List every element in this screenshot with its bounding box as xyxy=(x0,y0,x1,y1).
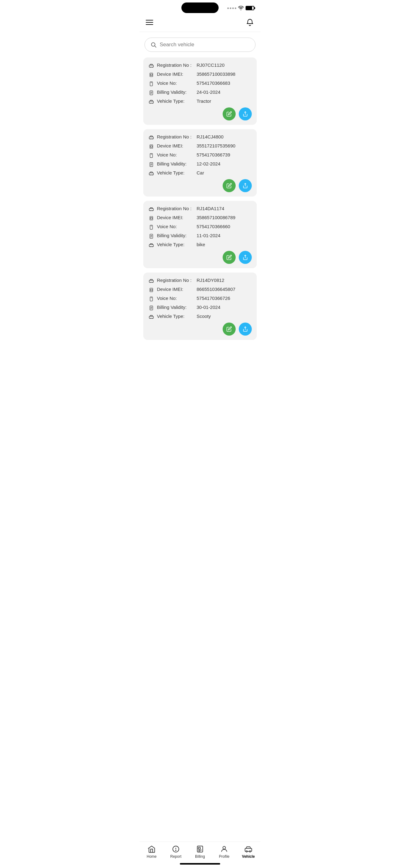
type-field: Vehicle Type: Car xyxy=(148,170,252,177)
billing-value: 30-01-2024 xyxy=(197,305,221,310)
svg-point-19 xyxy=(150,138,151,139)
billing-field: Billing Validity: 30-01-2024 xyxy=(148,305,252,311)
svg-point-0 xyxy=(241,10,241,10)
svg-point-16 xyxy=(152,103,153,103)
report-nav-icon xyxy=(172,845,180,853)
share-vehicle-button[interactable] xyxy=(239,251,252,264)
notification-bell-icon[interactable] xyxy=(245,18,254,27)
voice-label: Voice No: xyxy=(157,224,194,229)
registration-field: Registration No : RJ07CC1120 xyxy=(148,62,252,69)
sim-icon xyxy=(148,144,155,150)
voice-field: Voice No: 5754170366739 xyxy=(148,152,252,159)
vehicle-type-icon xyxy=(148,99,155,105)
phone-icon xyxy=(148,296,155,302)
menu-button[interactable] xyxy=(146,20,153,25)
search-input[interactable] xyxy=(160,41,246,48)
voice-field: Voice No: 5754170366660 xyxy=(148,224,252,230)
type-field: Vehicle Type: bike xyxy=(148,242,252,248)
menu-line-3 xyxy=(146,24,153,25)
type-label: Vehicle Type: xyxy=(157,242,194,247)
edit-vehicle-button[interactable] xyxy=(223,179,236,192)
vehicle-card: Registration No : RJ07CC1120 Device IMEI… xyxy=(143,57,257,125)
status-bar xyxy=(139,0,261,15)
phone-icon xyxy=(148,81,155,87)
billing-label: Billing Validity: xyxy=(157,161,194,166)
registration-value: RJ14DA1174 xyxy=(197,206,224,211)
nav-item-profile[interactable]: Profile xyxy=(212,845,236,859)
imei-field: Device IMEI: 866551036645807 xyxy=(148,286,252,293)
svg-point-73 xyxy=(249,850,251,852)
imei-label: Device IMEI: xyxy=(157,71,194,77)
home-indicator xyxy=(139,859,261,868)
doc-icon xyxy=(148,305,155,311)
svg-point-34 xyxy=(150,210,151,211)
svg-point-65 xyxy=(175,850,176,850)
card-actions xyxy=(148,322,252,336)
edit-vehicle-button[interactable] xyxy=(223,107,236,120)
home-indicator-bar xyxy=(180,863,220,865)
billing-field: Billing Validity: 12-02-2024 xyxy=(148,161,252,168)
imei-value: 358657100033898 xyxy=(197,71,235,77)
home-nav-icon xyxy=(147,845,156,853)
svg-point-70 xyxy=(223,846,226,849)
phone-icon xyxy=(148,152,155,159)
profile-nav-icon xyxy=(220,845,228,853)
voice-field: Voice No: 5754170366683 xyxy=(148,81,252,87)
registration-label: Registration No : xyxy=(157,278,194,283)
billing-label: Billing Validity: xyxy=(157,305,194,310)
voice-value: 5754170366683 xyxy=(197,81,230,86)
wifi-icon xyxy=(238,6,244,10)
header xyxy=(139,15,261,32)
svg-point-60 xyxy=(150,318,151,318)
nav-item-vehicle[interactable]: Vehicle xyxy=(236,845,261,859)
voice-value: 5754170366660 xyxy=(197,224,230,229)
svg-rect-53 xyxy=(150,297,153,301)
vehicle-list: Registration No : RJ07CC1120 Device IMEI… xyxy=(139,57,261,377)
svg-point-5 xyxy=(152,67,153,67)
type-field: Vehicle Type: Scooty xyxy=(148,314,252,320)
card-actions xyxy=(148,179,252,192)
svg-point-49 xyxy=(150,282,151,282)
imei-field: Device IMEI: 358657100086789 xyxy=(148,215,252,221)
vehicle-type-icon xyxy=(148,314,155,320)
nav-item-home[interactable]: Home xyxy=(139,845,164,859)
svg-rect-29 xyxy=(149,173,154,175)
edit-vehicle-button[interactable] xyxy=(223,251,236,264)
imei-value: 866551036645807 xyxy=(197,286,235,292)
type-value: Scooty xyxy=(197,314,211,319)
phone-icon xyxy=(148,224,155,230)
nav-item-report[interactable]: Report xyxy=(164,845,188,859)
svg-point-50 xyxy=(152,282,153,282)
svg-rect-3 xyxy=(149,65,154,67)
svg-rect-59 xyxy=(149,316,154,318)
type-field: Vehicle Type: Tractor xyxy=(148,98,252,105)
share-vehicle-button[interactable] xyxy=(239,322,252,336)
registration-field: Registration No : RJ14DA1174 xyxy=(148,206,252,212)
share-vehicle-button[interactable] xyxy=(239,179,252,192)
svg-rect-23 xyxy=(150,153,153,157)
edit-vehicle-button[interactable] xyxy=(223,322,236,336)
billing-value: 11-01-2024 xyxy=(197,233,221,238)
billing-value: 12-02-2024 xyxy=(197,161,221,166)
sim-icon xyxy=(148,287,155,293)
search-bar xyxy=(144,37,256,52)
vehicle-nav-label: Vehicle xyxy=(242,854,255,859)
imei-field: Device IMEI: 358657100033898 xyxy=(148,71,252,78)
svg-rect-33 xyxy=(149,209,154,211)
registration-value: RJ14CJ4800 xyxy=(197,134,224,140)
svg-point-30 xyxy=(150,175,151,175)
svg-point-15 xyxy=(150,103,151,103)
nav-item-billing[interactable]: Billing xyxy=(188,845,212,859)
car-icon xyxy=(148,278,155,284)
share-vehicle-button[interactable] xyxy=(239,107,252,120)
profile-nav-label: Profile xyxy=(219,854,229,859)
registration-value: RJ07CC1120 xyxy=(197,62,225,68)
car-icon xyxy=(148,134,155,141)
svg-rect-38 xyxy=(150,225,153,229)
svg-rect-18 xyxy=(149,137,154,139)
billing-field: Billing Validity: 24-01-2024 xyxy=(148,89,252,96)
svg-point-45 xyxy=(150,246,151,247)
imei-label: Device IMEI: xyxy=(157,215,194,220)
registration-value: RJ14DY0812 xyxy=(197,278,224,283)
type-value: bike xyxy=(197,242,205,247)
